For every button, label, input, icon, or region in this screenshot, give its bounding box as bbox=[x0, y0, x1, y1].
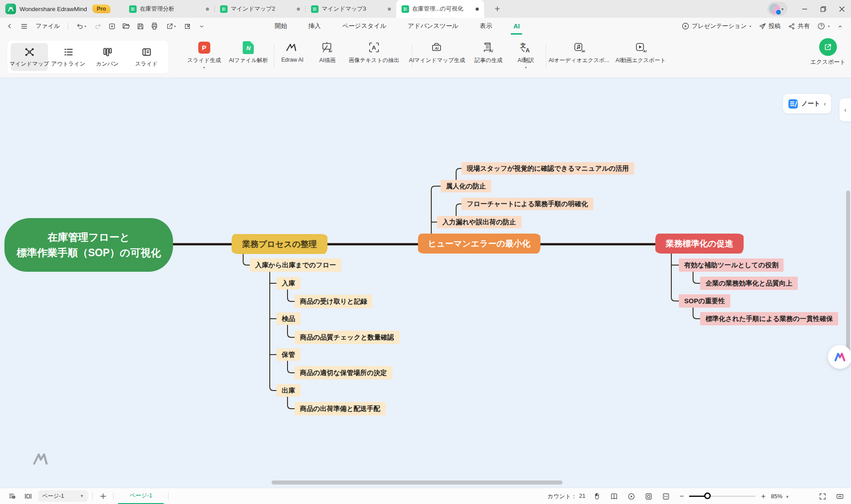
zoom-in-button[interactable]: + bbox=[759, 492, 767, 501]
page-tab-1[interactable]: ページ-1 bbox=[118, 488, 164, 504]
zoom-slider-knob[interactable] bbox=[704, 492, 711, 499]
new-tab-button[interactable]: + bbox=[491, 3, 504, 15]
share-button[interactable]: 共有 bbox=[786, 20, 812, 32]
new-document-button[interactable] bbox=[106, 20, 118, 32]
menu-page-style[interactable]: ページスタイル bbox=[342, 18, 386, 35]
svg-text:Ai: Ai bbox=[328, 49, 333, 53]
subtopic-node[interactable]: 商品の適切な保管場所の決定 bbox=[295, 366, 392, 379]
page-spread-button[interactable] bbox=[608, 491, 620, 502]
center-map-button[interactable] bbox=[660, 491, 672, 502]
fullscreen-button[interactable] bbox=[817, 491, 828, 502]
topic-count: カウント：21 bbox=[548, 492, 586, 500]
zoom-out-button[interactable]: − bbox=[678, 492, 686, 501]
file-menu[interactable]: ファイル bbox=[32, 20, 63, 32]
subtopic-node[interactable]: 検品 bbox=[276, 313, 300, 325]
topic-node[interactable]: 業務プロセスの整理 bbox=[232, 234, 327, 254]
export-button[interactable]: エクスポート bbox=[810, 38, 846, 66]
view-mode-slide[interactable]: スライド bbox=[128, 43, 165, 71]
note-panel-button[interactable]: ノート ‹ bbox=[783, 94, 831, 113]
page-list-button[interactable] bbox=[6, 490, 18, 502]
post-button[interactable]: 投稿 bbox=[757, 20, 782, 32]
view-mode-kanban[interactable]: カンバン bbox=[89, 43, 126, 71]
subtopic-node[interactable]: 企業の業務効率化と品質向上 bbox=[700, 277, 798, 290]
share-export-button[interactable]: ▾ bbox=[162, 20, 179, 32]
view-mode-outline[interactable]: アウトライン bbox=[50, 43, 87, 71]
fit-window-button[interactable] bbox=[643, 491, 654, 502]
subtopic-node[interactable]: 属人化の防止 bbox=[441, 180, 491, 192]
tool-article-generate[interactable]: Ai 記事の生成 bbox=[475, 40, 503, 64]
subtopic-node[interactable]: 入庫から出庫までのフロー bbox=[250, 258, 341, 272]
subtopic-node[interactable]: 商品の出荷準備と配送手配 bbox=[295, 402, 386, 415]
statusbar-separator bbox=[92, 492, 93, 500]
doc-tab-3[interactable]: マインドマップ3 bbox=[306, 0, 396, 18]
open-file-button[interactable] bbox=[120, 20, 132, 32]
menu-advanced-tools[interactable]: アドバンスツール bbox=[408, 18, 458, 35]
svg-text:AI: AI bbox=[581, 49, 585, 53]
subtopic-node[interactable]: SOPの重要性 bbox=[679, 294, 730, 308]
save-button[interactable] bbox=[134, 20, 146, 32]
back-button[interactable] bbox=[4, 20, 16, 32]
presentation-button[interactable]: プレゼンテーション ▾ bbox=[680, 20, 753, 32]
zoom-percent-dropdown[interactable]: 85% ▼ bbox=[771, 493, 789, 500]
subtopic-node[interactable]: 保管 bbox=[276, 348, 300, 361]
tool-ai-drawing[interactable]: Ai AI描画 bbox=[319, 40, 336, 64]
zoom-slider[interactable] bbox=[689, 496, 756, 497]
note-icon bbox=[788, 99, 798, 109]
add-page-button[interactable] bbox=[97, 490, 109, 502]
doc-tab-4-active[interactable]: 在庫管理...の可視化 bbox=[396, 0, 484, 18]
tool-ai-translate[interactable]: 文A AI翻訳 ▾ bbox=[518, 40, 534, 69]
play-presentation-button[interactable] bbox=[626, 491, 637, 502]
horizontal-scrollbar[interactable] bbox=[272, 481, 563, 484]
menu-start[interactable]: 開始 bbox=[275, 18, 287, 35]
restore-button[interactable] bbox=[814, 0, 832, 18]
central-topic-node[interactable]: 在庫管理フローと 標準作業手順（SOP）の可視化 bbox=[4, 218, 173, 272]
collapse-ribbon-button[interactable] bbox=[835, 22, 845, 31]
print-button[interactable] bbox=[148, 20, 161, 32]
help-button[interactable]: ▾ bbox=[816, 20, 831, 32]
subtopic-node[interactable]: フローチャートによる業務手順の明確化 bbox=[461, 198, 593, 210]
page-select-dropdown[interactable]: ページ-1 ▼ bbox=[38, 490, 88, 502]
undo-button[interactable]: ▾ bbox=[73, 20, 90, 32]
close-button[interactable] bbox=[832, 0, 851, 18]
import-button[interactable] bbox=[181, 20, 193, 32]
tool-ai-file-analysis[interactable]: AIファイル解析 bbox=[229, 40, 268, 64]
subtopic-node[interactable]: 現場スタッフが視覚的に確認できるマニュアルの活用 bbox=[461, 162, 634, 175]
tool-ai-audio-export[interactable]: AI AIオーディオエクスポ... bbox=[548, 40, 609, 64]
subtopic-node[interactable]: 入庫 bbox=[276, 277, 300, 289]
mindmap-canvas[interactable]: 在庫管理フローと 標準作業手順（SOP）の可視化 業務プロセスの整理 入庫から出… bbox=[0, 78, 851, 488]
topic-node[interactable]: 業務標準化の促進 bbox=[655, 234, 744, 254]
minimize-button[interactable] bbox=[795, 0, 814, 18]
doc-tab-2[interactable]: マインドマップ2 bbox=[215, 0, 305, 18]
subtopic-node[interactable]: 有効な補助ツールとしての役割 bbox=[679, 258, 784, 272]
account-menu[interactable]: ▾ bbox=[768, 2, 787, 16]
main-menu-button[interactable] bbox=[18, 20, 30, 32]
ai-video-icon: AI bbox=[634, 42, 647, 53]
menu-view[interactable]: 表示 bbox=[480, 18, 492, 35]
redo-button[interactable] bbox=[91, 20, 104, 32]
zoom-control: − + 85% ▼ bbox=[678, 492, 789, 501]
more-tools-button[interactable] bbox=[195, 20, 208, 32]
doc-tab-1[interactable]: 在庫管理分析 bbox=[124, 0, 214, 18]
mindmap-doc-icon bbox=[311, 5, 319, 13]
tool-edraw-ai[interactable]: Edraw AI bbox=[281, 40, 303, 63]
vertical-scrollbar[interactable] bbox=[846, 191, 850, 357]
menu-insert[interactable]: 挿入 bbox=[308, 18, 321, 35]
subtopic-node[interactable]: 商品の受け取りと記録 bbox=[295, 295, 372, 308]
tool-ai-mindmap-generate[interactable]: Ai AIマインドマップ生成 bbox=[409, 40, 465, 64]
tool-ai-video-export[interactable]: AI AI動画エクスポート bbox=[615, 40, 666, 64]
view-mode-mindmap[interactable]: マインドマップ bbox=[11, 43, 48, 71]
fit-width-button[interactable] bbox=[834, 491, 846, 502]
subtopic-node[interactable]: 標準化された手順による業務の一貫性確保 bbox=[700, 312, 838, 325]
tool-image-text-extract[interactable]: A 画像テキストの抽出 bbox=[349, 40, 399, 64]
pro-badge[interactable]: Pro bbox=[92, 4, 110, 13]
page-layout-button[interactable] bbox=[22, 490, 34, 502]
tool-slide-generate[interactable]: P スライド生成 ▾ bbox=[187, 40, 221, 69]
subtopic-node[interactable]: 商品の品質チェックと数量確認 bbox=[295, 331, 399, 344]
subtopic-node[interactable]: 出庫 bbox=[276, 384, 300, 397]
ai-assistant-button[interactable] bbox=[828, 345, 851, 369]
mouse-mode-button[interactable] bbox=[591, 491, 603, 502]
subtopic-node[interactable]: 入力漏れや誤出荷の防止 bbox=[437, 216, 521, 228]
topic-node[interactable]: ヒューマンエラーの最小化 bbox=[418, 234, 540, 254]
right-panel-expand-tab[interactable]: ‹ bbox=[839, 98, 851, 121]
menu-ai-active[interactable]: AI bbox=[513, 18, 520, 35]
